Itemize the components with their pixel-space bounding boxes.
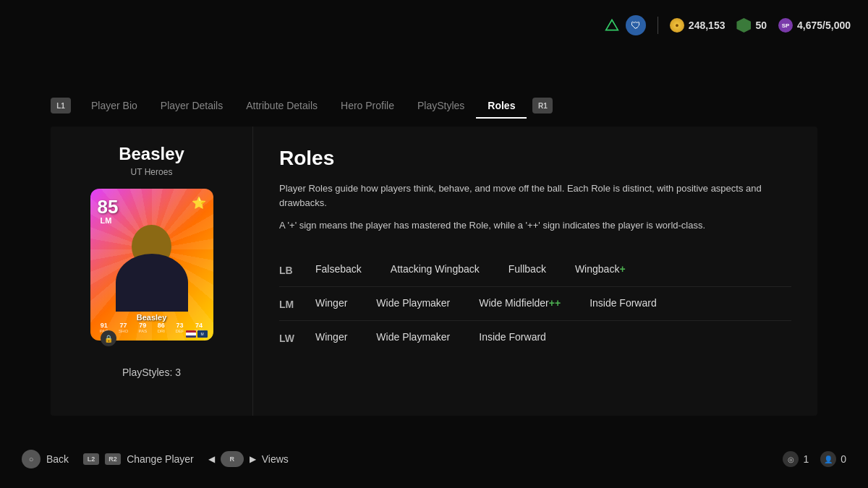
card-flags: M	[186, 330, 208, 338]
role-winger-lw: Winger	[315, 331, 347, 343]
pos-label-lm: LM	[279, 297, 315, 310]
stat2-value: 0	[841, 453, 846, 465]
dpad-left-icon: ◀	[208, 454, 215, 464]
back-label: Back	[46, 453, 69, 465]
role-wide-playmaker-lw: Wide Playmaker	[376, 331, 450, 343]
player-silhouette	[105, 225, 199, 312]
role-inside-forward-lm: Inside Forward	[590, 297, 657, 309]
stat-pas: 79 PAS	[139, 322, 148, 333]
roles-title: Roles	[279, 147, 791, 170]
stat2-group: 👤 0	[820, 451, 846, 467]
sp-icon: SP	[778, 18, 793, 33]
wide-midfielder-plusplus: ++	[549, 297, 561, 309]
points-icon	[736, 18, 751, 33]
card-emblem: ⭐	[192, 196, 206, 210]
points-currency: 50	[736, 18, 767, 33]
roles-desc1: Player Roles guide how players think, be…	[279, 181, 786, 210]
stat-sho-value: 77	[120, 322, 127, 329]
change-player-group[interactable]: L2 R2 Change Player	[83, 453, 194, 465]
roles-row-lm: LM Winger Wide Playmaker Wide Midfielder…	[279, 287, 791, 321]
player-team: UT Heroes	[131, 167, 173, 177]
top-bar-icons: 🛡	[604, 15, 646, 35]
pos-label-lb: LB	[279, 263, 315, 276]
roles-desc2: A '+' sign means the player has mastered…	[279, 218, 786, 233]
stat-def: 73 DEF	[175, 322, 184, 333]
player-card: 85 LM ⭐ Beasley 91 PAC	[90, 189, 213, 341]
silhouette-body	[116, 254, 188, 312]
role-wingback: Wingback+	[575, 263, 626, 275]
tab-player-details[interactable]: Player Details	[149, 94, 234, 117]
sp-value: 4,675/5,000	[797, 20, 851, 31]
back-group: ○ Back	[22, 450, 69, 468]
l2-button[interactable]: L2	[83, 453, 99, 465]
bottom-right: ◎ 1 👤 0	[783, 451, 846, 467]
stat-phy-value: 74	[195, 322, 203, 329]
roles-row-lw: LW Winger Wide Playmaker Inside Forward	[279, 321, 791, 354]
stat-pas-label: PAS	[139, 329, 148, 333]
roles-row-lb: LB Falseback Attacking Wingback Fullback…	[279, 253, 791, 287]
stat-dri: 86 DRI	[158, 322, 165, 333]
stat-pas-value: 79	[139, 322, 146, 329]
top-bar: 🛡 ● 248,153 50 SP 4,675/5,000	[604, 0, 868, 51]
r2-button[interactable]: R2	[105, 453, 121, 465]
role-attacking-wingback: Attacking Wingback	[391, 263, 480, 275]
r-button[interactable]: R	[221, 451, 244, 467]
views-label: Views	[262, 453, 289, 465]
shield-icon: 🛡	[626, 15, 646, 35]
card-rating: 85	[98, 196, 119, 218]
wingback-plus: +	[619, 263, 625, 275]
stat2-icon: 👤	[820, 451, 836, 467]
stat-dri-value: 86	[158, 322, 165, 329]
triangle-icon	[604, 17, 620, 33]
player-image	[105, 225, 199, 312]
bottom-left: ○ Back L2 R2 Change Player ◀ R ▶ Views	[22, 450, 289, 468]
bottom-bar: ○ Back L2 R2 Change Player ◀ R ▶ Views ◎…	[0, 430, 868, 488]
flag-us	[186, 330, 196, 338]
role-fullback: Fullback	[509, 263, 546, 275]
stat-def-value: 73	[176, 322, 183, 329]
main-content: Beasley UT Heroes 85 LM ⭐ Beasley	[51, 127, 817, 416]
views-group: ◀ R ▶ Views	[208, 451, 289, 467]
stat1-icon: ◎	[783, 451, 799, 467]
r1-button[interactable]: R1	[532, 98, 553, 114]
coin-icon: ●	[670, 18, 684, 33]
dpad-right-icon: ▶	[250, 454, 256, 464]
left-panel: Beasley UT Heroes 85 LM ⭐ Beasley	[51, 127, 253, 416]
coin-value: 248,153	[689, 20, 726, 31]
change-player-label: Change Player	[127, 453, 194, 465]
pos-label-lw: LW	[279, 331, 315, 344]
right-panel: Roles Player Roles guide how players thi…	[253, 127, 817, 416]
stat-sho-label: SHO	[119, 329, 128, 333]
roles-table: LB Falseback Attacking Wingback Fullback…	[279, 253, 791, 354]
card-position: LM	[101, 216, 112, 225]
stat-pac-value: 91	[101, 322, 108, 329]
stat-sho: 77 SHO	[119, 322, 128, 333]
card-player-name: Beasley	[90, 313, 213, 322]
circle-button[interactable]: ○	[22, 450, 41, 468]
tabs-nav: L1 Player Bio Player Details Attribute D…	[51, 94, 817, 117]
flag-mls: M	[197, 330, 208, 338]
sp-currency: SP 4,675/5,000	[778, 18, 851, 33]
points-value: 50	[755, 20, 767, 31]
tab-attribute-details[interactable]: Attribute Details	[234, 94, 329, 117]
player-card-wrapper: 85 LM ⭐ Beasley 91 PAC	[90, 189, 213, 341]
stat1-group: ◎ 1	[783, 451, 809, 467]
role-inside-forward-lw: Inside Forward	[479, 331, 546, 343]
divider	[658, 17, 658, 34]
tab-roles[interactable]: Roles	[476, 94, 527, 117]
playstyles-label: PlayStyles: 3	[122, 367, 181, 378]
roles-items-lb: Falseback Attacking Wingback Fullback Wi…	[315, 263, 791, 275]
role-falseback: Falseback	[315, 263, 362, 275]
tab-hero-profile[interactable]: Hero Profile	[329, 94, 406, 117]
stat-dri-label: DRI	[158, 329, 165, 333]
lock-icon: 🔒	[101, 330, 116, 346]
emblem-star-icon: ⭐	[192, 197, 206, 209]
role-winger-lm: Winger	[315, 297, 347, 309]
player-name: Beasley	[119, 144, 184, 164]
tab-player-bio[interactable]: Player Bio	[80, 94, 149, 117]
l1-button[interactable]: L1	[51, 98, 71, 114]
coin-currency: ● 248,153	[670, 18, 726, 33]
tab-playstyles[interactable]: PlayStyles	[406, 94, 476, 117]
stat1-value: 1	[803, 453, 809, 465]
roles-items-lm: Winger Wide Playmaker Wide Midfielder++ …	[315, 297, 791, 309]
